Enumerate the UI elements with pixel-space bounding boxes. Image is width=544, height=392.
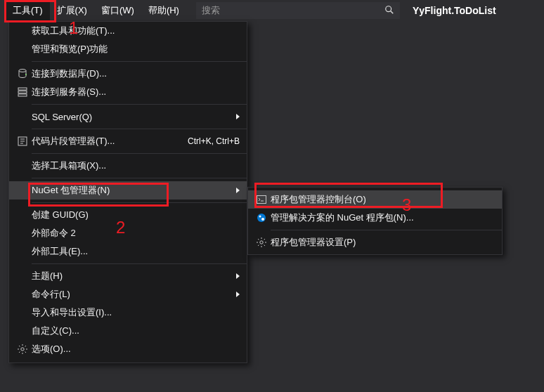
svg-rect-5 xyxy=(18,94,27,96)
console-icon xyxy=(252,194,271,205)
search-input[interactable]: 搜索 xyxy=(196,2,400,19)
menu-separator xyxy=(32,202,247,203)
nuget-icon xyxy=(252,212,271,223)
tools-dropdown: 获取工具和功能(T)... 管理和预览(P)功能 连接到数据库(D)... 连接… xyxy=(8,21,247,363)
menu-options[interactable]: 选项(O)... xyxy=(9,340,247,358)
nuget-submenu: 程序包管理器控制台(O) 管理解决方案的 NuGet 程序包(N)... 程序包… xyxy=(247,187,503,255)
server-icon xyxy=(13,86,32,98)
svg-point-10 xyxy=(259,216,261,218)
menu-separator xyxy=(32,129,247,129)
search-placeholder: 搜索 xyxy=(202,4,384,17)
svg-point-0 xyxy=(386,6,391,11)
submenu-arrow-icon xyxy=(236,188,240,193)
svg-point-9 xyxy=(257,214,266,222)
menu-theme[interactable]: 主题(H) xyxy=(9,267,247,285)
submenu-pm-console[interactable]: 程序包管理器控制台(O) xyxy=(248,190,502,209)
search-icon xyxy=(384,5,394,17)
menu-window[interactable]: 窗口(W) xyxy=(94,1,141,20)
submenu-pm-settings[interactable]: 程序包管理器设置(P) xyxy=(248,233,502,251)
submenu-arrow-icon xyxy=(236,114,240,119)
svg-rect-8 xyxy=(257,196,266,204)
svg-rect-4 xyxy=(18,91,27,93)
menu-separator xyxy=(32,153,247,154)
database-icon xyxy=(13,68,32,79)
menu-separator xyxy=(32,61,247,62)
menu-sql-server[interactable]: SQL Server(Q) xyxy=(9,107,247,126)
menu-nuget-manager[interactable]: NuGet 包管理器(N) xyxy=(9,181,247,200)
menu-commandline[interactable]: 命令行(L) xyxy=(9,285,247,303)
svg-point-12 xyxy=(260,241,263,244)
submenu-manage-solution[interactable]: 管理解决方案的 NuGet 程序包(N)... xyxy=(248,209,502,227)
menu-connect-server[interactable]: 连接到服务器(S)... xyxy=(9,83,247,101)
menu-tools[interactable]: 工具(T) xyxy=(6,1,50,20)
menu-create-guid[interactable]: 创建 GUID(G) xyxy=(9,206,247,224)
svg-line-1 xyxy=(391,11,394,13)
menu-separator xyxy=(32,178,247,178)
menu-customize[interactable]: 自定义(C)... xyxy=(9,322,247,340)
menu-help[interactable]: 帮助(H) xyxy=(141,1,186,20)
submenu-arrow-icon xyxy=(236,292,240,297)
menu-manage-preview[interactable]: 管理和预览(P)功能 xyxy=(9,40,247,58)
menu-toolbox[interactable]: 选择工具箱项(X)... xyxy=(9,157,247,175)
menu-separator xyxy=(271,230,502,230)
gear-icon xyxy=(252,237,271,248)
svg-point-11 xyxy=(261,218,264,221)
svg-point-2 xyxy=(19,70,26,72)
svg-rect-3 xyxy=(18,88,27,90)
menu-external-cmd[interactable]: 外部命令 2 xyxy=(9,224,247,242)
solution-title: YyFlight.ToDoList xyxy=(413,5,496,16)
menu-external-tools[interactable]: 外部工具(E)... xyxy=(9,242,247,261)
menu-snippet-manager[interactable]: 代码片段管理器(T)... Ctrl+K, Ctrl+B xyxy=(9,132,247,150)
shortcut-text: Ctrl+K, Ctrl+B xyxy=(188,136,240,146)
submenu-arrow-icon xyxy=(236,273,240,279)
snippet-icon xyxy=(13,136,32,147)
menu-extensions[interactable]: 扩展(X) xyxy=(50,1,94,20)
menu-separator xyxy=(32,104,247,105)
menu-get-tools[interactable]: 获取工具和功能(T)... xyxy=(9,22,247,40)
menubar: 工具(T) 扩展(X) 窗口(W) 帮助(H) 搜索 YyFlight.ToDo… xyxy=(0,0,544,21)
menu-connect-db[interactable]: 连接到数据库(D)... xyxy=(9,65,247,83)
menu-separator xyxy=(32,263,247,264)
svg-point-7 xyxy=(21,348,24,351)
gear-icon xyxy=(13,344,32,355)
menu-import-export[interactable]: 导入和导出设置(I)... xyxy=(9,303,247,322)
